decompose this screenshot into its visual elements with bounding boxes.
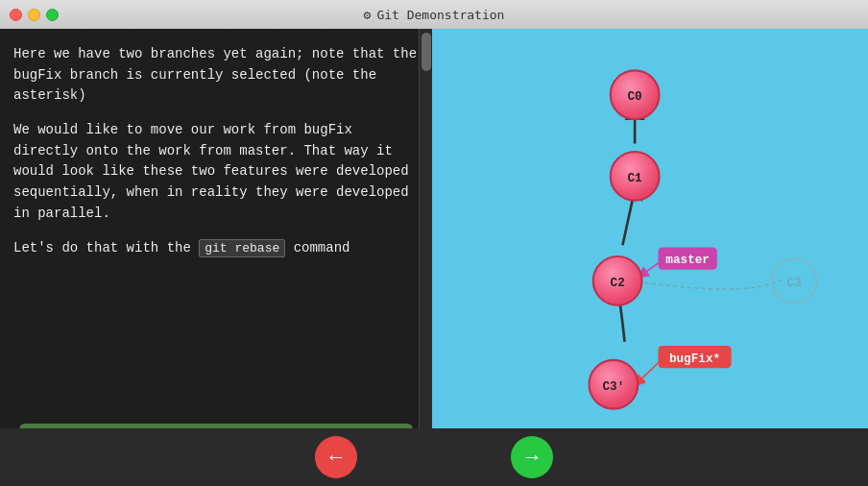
back-button[interactable]: ← <box>315 436 357 478</box>
traffic-lights <box>10 9 59 21</box>
gear-icon: ⚙ <box>364 8 372 22</box>
svg-text:master: master <box>665 253 710 267</box>
window-title: ⚙ Git Demonstration <box>364 8 505 22</box>
svg-text:C3': C3' <box>602 379 624 394</box>
main-content: Here we have two branches yet again; not… <box>0 29 868 486</box>
minimize-button[interactable] <box>28 9 40 21</box>
svg-text:C1: C1 <box>628 171 643 185</box>
svg-text:C0: C0 <box>628 89 642 104</box>
scrollbar[interactable] <box>419 29 432 428</box>
back-icon: ← <box>326 445 347 470</box>
graph-svg: C0 C1 C2 C3' C3 master bugFix* <box>432 29 868 486</box>
svg-text:bugFix*: bugFix* <box>669 352 720 366</box>
scrollbar-thumb[interactable] <box>422 33 431 71</box>
paragraph-3: Let's do that with the git rebase comman… <box>13 238 419 259</box>
forward-icon: → <box>521 445 542 470</box>
paragraph-1: Here we have two branches yet again; not… <box>13 44 419 107</box>
left-panel: Here we have two branches yet again; not… <box>0 29 432 486</box>
svg-text:C2: C2 <box>611 276 625 290</box>
right-panel: C0 C1 C2 C3' C3 master bugFix* <box>432 29 868 486</box>
forward-button[interactable]: → <box>511 436 553 478</box>
title-bar: ⚙ Git Demonstration <box>0 0 868 29</box>
close-button[interactable] <box>10 9 22 21</box>
text-area: Here we have two branches yet again; not… <box>0 29 432 414</box>
paragraph-2: We would like to move our work from bugF… <box>13 120 419 224</box>
svg-text:C3: C3 <box>787 276 802 290</box>
inline-code: git rebase <box>199 239 285 257</box>
maximize-button[interactable] <box>46 9 59 21</box>
nav-bar: ← → <box>0 428 868 486</box>
